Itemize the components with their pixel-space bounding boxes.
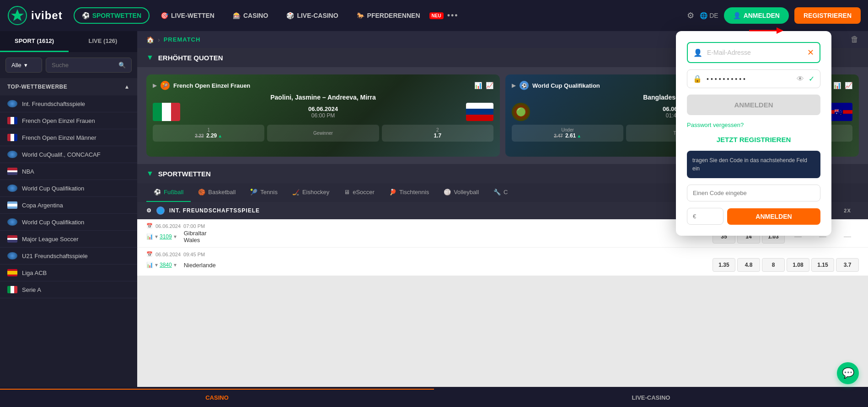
svg-marker-3 [777, 27, 783, 34]
tab-fussball[interactable]: ⚽ Fußball [146, 183, 191, 202]
odd-2-12[interactable]: 1.15 [811, 258, 834, 272]
chart-icon-1[interactable]: 📈 [486, 82, 493, 89]
odd-2-2x[interactable]: 3.7 [836, 258, 859, 272]
chevron-down-4[interactable]: ▾ [174, 262, 177, 268]
tab-tennis[interactable]: 🎾 Tennis [243, 183, 285, 202]
category-collapse-icon[interactable]: ⚙ [146, 207, 152, 214]
sidebar-item-nba[interactable]: NBA [0, 163, 137, 180]
odd-2-x[interactable]: 4.8 [737, 258, 760, 272]
email-input[interactable] [707, 49, 803, 56]
chart-icon-2[interactable]: 📈 [845, 82, 852, 89]
sidebar-item-world-cup-concacaf[interactable]: World CuQualif., CONCACAF [0, 146, 137, 163]
tab-tischtennis[interactable]: 🏓 Tischtennis [382, 183, 436, 202]
odd-btn-1-1[interactable]: 1 2.22 2.29 ▲ [153, 125, 264, 142]
odd-btn-1-2[interactable]: 2 1.7 [382, 125, 493, 142]
registrieren-button[interactable]: REGISTRIEREN [794, 7, 861, 24]
match-id-2[interactable]: 3840 [160, 262, 172, 268]
sidebar-item-french-open-frauen[interactable]: French Open Einzel Frauen [0, 112, 137, 129]
sidebar-item-liga-acb[interactable]: Liga ACB [0, 264, 137, 281]
chevron-down-1[interactable]: ▾ [155, 233, 158, 240]
bottom-tab-live-casino[interactable]: LIVE-CASINO [434, 389, 868, 406]
tab-basketball[interactable]: 🏀 Basketball [191, 183, 243, 202]
tab-sport[interactable]: SPORT (1612) [0, 31, 69, 52]
forgot-password-link[interactable]: Passwort vergessen? [687, 122, 820, 128]
competition-icon-2: ⚽ [520, 81, 529, 90]
flag-bangladesh: 🟢 [512, 103, 530, 121]
odd-btn-2-under[interactable]: Under 2.47 2.61 ▲ [512, 125, 623, 142]
new-badge: NEU [429, 12, 444, 19]
trash-icon[interactable]: 🗑 [851, 35, 859, 44]
sidebar-item-major-league-soccer[interactable]: Major League Soccer [0, 231, 137, 248]
nav-live-wetten[interactable]: 🎯 LIVE-WETTEN [153, 8, 222, 23]
clear-email-icon[interactable]: ✕ [807, 48, 814, 58]
sidebar-item-french-open-manner[interactable]: French Open Einzel Männer [0, 129, 137, 146]
stats-icon-2[interactable]: 📊 [833, 82, 841, 89]
login-submit-button[interactable]: ANMELDEN [687, 95, 820, 115]
search-input[interactable] [52, 62, 116, 69]
collapse-arrow[interactable]: ▼ [146, 53, 154, 62]
sidebar-item-serie-a[interactable]: Serie A [0, 281, 137, 298]
bottom-tab-casino[interactable]: CASINO [0, 389, 434, 406]
sidebar-item-u21[interactable]: U21 Freundschaftsspiele [0, 248, 137, 264]
event-row-2: 📅 06.06.2024 09:45 PM 📊 ▾ 3840 ▾ Niederl… [137, 248, 868, 276]
settings-icon[interactable]: ⚙ [687, 11, 694, 21]
home-icon[interactable]: 🏠 [146, 36, 154, 43]
tab-volleyball[interactable]: 🏐 Volleyball [436, 183, 486, 202]
video-icon-1[interactable]: ▶ [153, 82, 157, 89]
amount-input[interactable] [687, 208, 723, 225]
event-stats-1: 📊 ▾ 3109 ▾ [146, 233, 177, 240]
casino-icon: 🎰 [233, 12, 241, 19]
collapse-icon[interactable]: ▲ [124, 84, 130, 90]
more-dots[interactable]: ••• [447, 11, 459, 21]
flag-es-icon [7, 269, 17, 276]
match-card-1-teams: Paolini, Jasmine – Andreeva, Mirra [153, 94, 493, 101]
flag-italy [153, 103, 180, 121]
chat-bubble[interactable]: 💬 [837, 362, 859, 384]
chevron-down-3[interactable]: ▾ [155, 262, 158, 268]
user-field-icon: 👤 [693, 48, 702, 57]
promo-code-input[interactable] [687, 185, 820, 201]
logo[interactable]: ivibet [7, 5, 63, 26]
language-selector[interactable]: 🌐 DE [700, 12, 718, 19]
odd-btn-1-gewinner[interactable]: Gewinner [267, 125, 379, 142]
tab-live[interactable]: LIVE (126) [69, 31, 137, 52]
brand-name: ivibet [31, 9, 63, 22]
chevron-down-icon: ▾ [24, 62, 27, 69]
show-password-icon[interactable]: 👁 [797, 75, 804, 83]
eishockey-icon: 🏒 [292, 189, 300, 196]
sidebar-item-world-cup-qual[interactable]: World Cup Qualifikation [0, 180, 137, 197]
flag-world-icon5 [7, 252, 17, 259]
flag-fr-icon2 [7, 134, 17, 141]
register-link[interactable]: JETZT REGISTRIEREN [687, 136, 820, 143]
stats-bar-icon[interactable]: 📊 [146, 233, 153, 240]
stats-bar-icon-2[interactable]: 📊 [146, 262, 153, 268]
tab-eishockey[interactable]: 🏒 Eishockey [285, 183, 337, 202]
nav-sportwetten[interactable]: ⚽ SPORTWETTEN [74, 7, 150, 24]
anmelden-button[interactable]: 👤 ANMELDEN [724, 7, 789, 24]
event-row-2-main: 📊 ▾ 3840 ▾ Niederlande 1.35 4.8 8 1.08 1… [146, 258, 859, 272]
nav-casino[interactable]: 🎰 CASINO [225, 8, 275, 23]
odd-2-2[interactable]: 8 [762, 258, 785, 272]
sidebar-filters: Alle ▾ 🔍 [0, 52, 137, 78]
sportwetten-collapse[interactable]: ▼ [146, 169, 154, 178]
sidebar-item-copa-argentina[interactable]: Copa Argentina [0, 197, 137, 214]
stats-icon-1[interactable]: 📊 [474, 82, 482, 89]
password-input[interactable] [707, 75, 792, 83]
flag-us-icon2 [7, 235, 17, 243]
flag-world-icon [7, 100, 17, 107]
video-icon-2[interactable]: ▶ [512, 82, 516, 89]
amount-row: ANMELDEN [687, 208, 820, 225]
event-row-2-date: 📅 06.06.2024 09:45 PM [146, 251, 859, 257]
match-id-1[interactable]: 3109 [160, 233, 172, 240]
nav-pferderennen[interactable]: 🐎 PFERDERENNEN [349, 8, 428, 23]
sidebar-item-int-freundschaft[interactable]: Int. Freundschaftsspiele [0, 95, 137, 112]
chevron-down-2[interactable]: ▾ [174, 233, 177, 240]
tab-more[interactable]: 🔧 C [486, 183, 515, 202]
sport-filter-select[interactable]: Alle ▾ [5, 58, 42, 73]
tab-esoccer[interactable]: 🖥 eSoccer [337, 183, 382, 202]
nav-live-casino[interactable]: 🎲 LIVE-CASINO [279, 8, 345, 23]
odd-2-1x[interactable]: 1.08 [787, 258, 809, 272]
sidebar-item-world-cup-qual2[interactable]: World Cup Qualifikation [0, 214, 137, 231]
odd-2-1[interactable]: 1.35 [713, 258, 735, 272]
deposit-button[interactable]: ANMELDEN [727, 208, 820, 225]
